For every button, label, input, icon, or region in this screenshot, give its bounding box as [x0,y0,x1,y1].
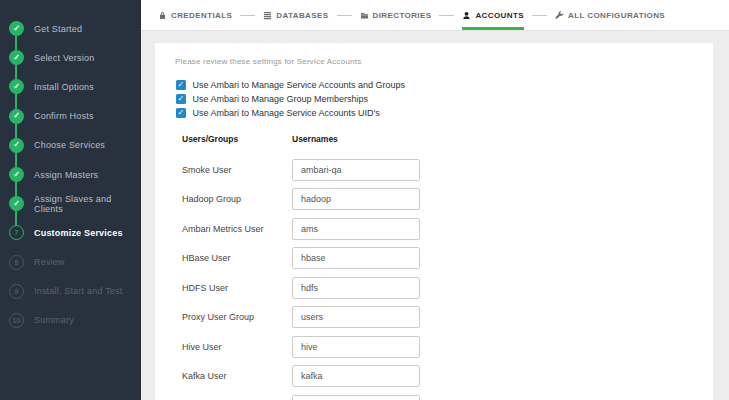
tab-databases[interactable]: DATABASES [263,0,328,30]
step-label: Select Version [34,53,94,63]
user-icon [462,11,471,20]
option-use-ambari-to-manage-service-accounts-and-groups[interactable]: ✓ Use Ambari to Manage Service Accounts … [176,80,713,90]
username-input-smoke-user[interactable] [292,159,420,181]
tab-accounts[interactable]: ACCOUNTS [462,0,524,30]
row-label: Hadoop Group [182,194,292,204]
users-groups-header: Users/Groups [182,134,292,144]
database-icon [263,11,272,20]
step-label: Assign Slaves and Clients [34,194,141,214]
step-number-circle: 8 [9,255,24,270]
username-input-kafka-user[interactable] [292,365,420,387]
step-number-circle: 7 [9,225,24,240]
option-use-ambari-to-manage-service-accounts-uid-s[interactable]: ✓ Use Ambari to Manage Service Accounts … [176,108,713,118]
tab-separator-dash [337,15,352,16]
sidebar-step-install-options[interactable]: ✓ Install Options [0,72,141,101]
row-label: HBase User [182,253,292,263]
wizard-steps: ✓ Get Started ✓ Select Version ✓ Install… [0,0,141,335]
username-input-hadoop-group[interactable] [292,188,420,210]
tab-label: ALL CONFIGURATIONS [568,11,665,20]
sidebar-step-customize-services[interactable]: 7 Customize Services [0,218,141,247]
checkbox-label: Use Ambari to Manage Service Accounts an… [193,80,406,90]
username-input-hdfs-user[interactable] [292,277,420,299]
service-accounts-table: Users/Groups Usernames Smoke User Hadoop… [182,134,713,400]
sidebar-step-assign-slaves-and-clients[interactable]: ✓ Assign Slaves and Clients [0,189,141,218]
checkbox-label: Use Ambari to Manage Group Memberships [193,94,369,104]
tab-separator-dash [240,15,255,16]
row-label: Kafka User [182,371,292,381]
tab-separator-dash [439,15,454,16]
table-row-proxy-user-group: Proxy User Group [182,303,713,333]
table-row-hdfs-user: HDFS User [182,273,713,303]
step-check-icon: ✓ [9,167,24,182]
tab-label: DIRECTORIES [373,11,432,20]
step-label: Summary [34,315,74,325]
usernames-header: Usernames [292,134,338,144]
step-check-icon: ✓ [9,109,24,124]
checkbox-checked-icon[interactable]: ✓ [176,108,186,118]
table-row-hbase-user: HBase User [182,244,713,274]
row-label: Smoke User [182,165,292,175]
intro-text: Please review these settings for Service… [175,57,713,66]
table-header-row: Users/Groups Usernames [182,134,713,144]
sidebar-step-review: 8 Review [0,248,141,277]
wrench-icon [555,11,564,20]
step-check-icon: ✓ [9,50,24,65]
sidebar-step-choose-services[interactable]: ✓ Choose Services [0,131,141,160]
table-row-kafka-user: Kafka User [182,362,713,392]
accounts-panel: Please review these settings for Service… [155,43,713,400]
sidebar-step-summary: 10 Summary [0,306,141,335]
sidebar-step-select-version[interactable]: ✓ Select Version [0,43,141,72]
username-input-ambari-metrics-user[interactable] [292,218,420,240]
wizard-sidebar: ✓ Get Started ✓ Select Version ✓ Install… [0,0,141,400]
step-label: Get Started [34,24,82,34]
table-row-ambari-metrics-user: Ambari Metrics User [182,214,713,244]
option-use-ambari-to-manage-group-memberships[interactable]: ✓ Use Ambari to Manage Group Memberships [176,94,713,104]
step-check-icon: ✓ [9,196,24,211]
step-number-circle: 10 [9,313,24,328]
tab-label: ACCOUNTS [475,11,524,20]
sidebar-step-install-start-and-test: 9 Install, Start and Test [0,277,141,306]
tab-all-configurations[interactable]: ALL CONFIGURATIONS [555,0,665,30]
row-label: Ambari Metrics User [182,224,292,234]
row-label: Hive User [182,342,292,352]
username-input-mapreduce-user[interactable] [292,395,420,400]
username-input-hbase-user[interactable] [292,247,420,269]
checkbox-checked-icon[interactable]: ✓ [176,94,186,104]
sidebar-step-get-started[interactable]: ✓ Get Started [0,14,141,43]
username-input-proxy-user-group[interactable] [292,306,420,328]
folder-icon [360,11,369,20]
tab-credentials[interactable]: CREDENTIALS [158,0,232,30]
tab-label: DATABASES [276,11,328,20]
step-label: Customize Services [34,228,123,238]
step-label: Install, Start and Test [34,286,122,296]
step-check-icon: ✓ [9,21,24,36]
checkbox-checked-icon[interactable]: ✓ [176,80,186,90]
step-check-icon: ✓ [9,138,24,153]
table-row-hadoop-group: Hadoop Group [182,185,713,215]
tab-separator-dash [532,15,547,16]
step-label: Review [34,257,65,267]
manage-accounts-options: ✓ Use Ambari to Manage Service Accounts … [176,80,713,118]
row-label: HDFS User [182,283,292,293]
table-rows: Smoke User Hadoop Group Ambari Metrics U… [182,155,713,400]
sidebar-step-assign-masters[interactable]: ✓ Assign Masters [0,160,141,189]
tab-directories[interactable]: DIRECTORIES [360,0,432,30]
table-row-smoke-user: Smoke User [182,155,713,185]
tab-label: CREDENTIALS [171,11,232,20]
config-tab-bar: CREDENTIALSDATABASESDIRECTORIESACCOUNTSA… [141,0,729,31]
username-input-hive-user[interactable] [292,336,420,358]
table-row-mapreduce-user: Mapreduce User [182,391,713,400]
step-label: Confirm Hosts [34,111,94,121]
step-label: Install Options [34,82,94,92]
sidebar-step-confirm-hosts[interactable]: ✓ Confirm Hosts [0,102,141,131]
lock-icon [158,11,167,20]
step-label: Choose Services [34,140,105,150]
table-row-hive-user: Hive User [182,332,713,362]
step-number-circle: 9 [9,284,24,299]
step-label: Assign Masters [34,170,98,180]
row-label: Proxy User Group [182,312,292,322]
checkbox-label: Use Ambari to Manage Service Accounts UI… [193,108,380,118]
step-check-icon: ✓ [9,79,24,94]
